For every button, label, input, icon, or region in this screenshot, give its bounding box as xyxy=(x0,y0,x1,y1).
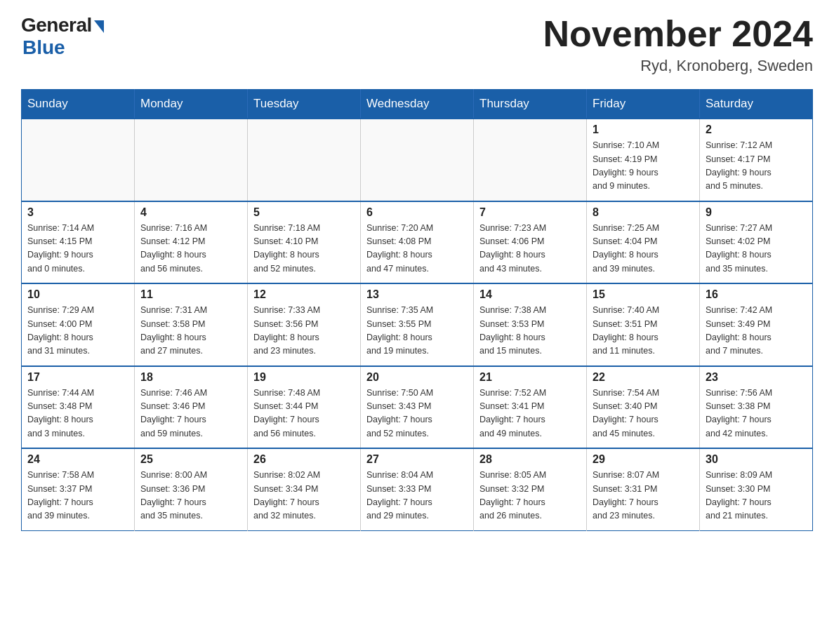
calendar-cell: 30Sunrise: 8:09 AM Sunset: 3:30 PM Dayli… xyxy=(700,448,813,530)
calendar-cell: 28Sunrise: 8:05 AM Sunset: 3:32 PM Dayli… xyxy=(474,448,587,530)
day-info: Sunrise: 7:14 AM Sunset: 4:15 PM Dayligh… xyxy=(27,222,128,276)
calendar-cell xyxy=(248,119,361,201)
calendar-cell: 7Sunrise: 7:23 AM Sunset: 4:06 PM Daylig… xyxy=(474,201,587,284)
calendar-cell: 5Sunrise: 7:18 AM Sunset: 4:10 PM Daylig… xyxy=(248,201,361,284)
day-info: Sunrise: 7:31 AM Sunset: 3:58 PM Dayligh… xyxy=(140,304,241,358)
calendar-week-3: 10Sunrise: 7:29 AM Sunset: 4:00 PM Dayli… xyxy=(22,283,813,366)
calendar-header-row: SundayMondayTuesdayWednesdayThursdayFrid… xyxy=(22,90,813,119)
col-header-thursday: Thursday xyxy=(474,90,587,119)
day-number: 11 xyxy=(140,288,241,301)
calendar-cell: 13Sunrise: 7:35 AM Sunset: 3:55 PM Dayli… xyxy=(361,283,474,366)
day-info: Sunrise: 8:05 AM Sunset: 3:32 PM Dayligh… xyxy=(479,469,581,523)
calendar-cell: 15Sunrise: 7:40 AM Sunset: 3:51 PM Dayli… xyxy=(587,283,700,366)
day-number: 18 xyxy=(140,371,241,384)
col-header-tuesday: Tuesday xyxy=(248,90,361,119)
day-info: Sunrise: 7:58 AM Sunset: 3:37 PM Dayligh… xyxy=(27,469,128,523)
day-number: 13 xyxy=(366,288,468,301)
logo-arrow-icon xyxy=(94,20,104,33)
calendar-cell: 18Sunrise: 7:46 AM Sunset: 3:46 PM Dayli… xyxy=(135,366,248,449)
calendar-cell: 27Sunrise: 8:04 AM Sunset: 3:33 PM Dayli… xyxy=(361,448,474,530)
day-info: Sunrise: 8:02 AM Sunset: 3:34 PM Dayligh… xyxy=(253,469,355,523)
month-title: November 2024 xyxy=(543,14,813,54)
day-number: 23 xyxy=(706,371,807,384)
day-number: 25 xyxy=(140,453,241,466)
day-info: Sunrise: 8:07 AM Sunset: 3:31 PM Dayligh… xyxy=(593,469,694,523)
calendar-week-5: 24Sunrise: 7:58 AM Sunset: 3:37 PM Dayli… xyxy=(22,448,813,530)
day-info: Sunrise: 8:00 AM Sunset: 3:36 PM Dayligh… xyxy=(140,469,241,523)
logo-general-text: General xyxy=(21,14,92,36)
calendar-cell: 10Sunrise: 7:29 AM Sunset: 4:00 PM Dayli… xyxy=(22,283,135,366)
day-number: 30 xyxy=(706,453,807,466)
day-number: 24 xyxy=(27,453,128,466)
day-info: Sunrise: 7:23 AM Sunset: 4:06 PM Dayligh… xyxy=(479,222,581,276)
day-number: 21 xyxy=(479,371,581,384)
col-header-wednesday: Wednesday xyxy=(361,90,474,119)
day-number: 14 xyxy=(479,288,581,301)
calendar-cell xyxy=(361,119,474,201)
day-number: 9 xyxy=(706,206,807,219)
day-number: 12 xyxy=(253,288,355,301)
col-header-saturday: Saturday xyxy=(700,90,813,119)
calendar-cell: 1Sunrise: 7:10 AM Sunset: 4:19 PM Daylig… xyxy=(587,119,700,201)
day-number: 19 xyxy=(253,371,355,384)
day-info: Sunrise: 7:38 AM Sunset: 3:53 PM Dayligh… xyxy=(479,304,581,358)
day-info: Sunrise: 7:52 AM Sunset: 3:41 PM Dayligh… xyxy=(479,387,581,441)
col-header-monday: Monday xyxy=(135,90,248,119)
calendar-week-4: 17Sunrise: 7:44 AM Sunset: 3:48 PM Dayli… xyxy=(22,366,813,449)
calendar-cell: 19Sunrise: 7:48 AM Sunset: 3:44 PM Dayli… xyxy=(248,366,361,449)
day-info: Sunrise: 7:27 AM Sunset: 4:02 PM Dayligh… xyxy=(706,222,807,276)
calendar-cell xyxy=(474,119,587,201)
calendar-cell: 16Sunrise: 7:42 AM Sunset: 3:49 PM Dayli… xyxy=(700,283,813,366)
location: Ryd, Kronoberg, Sweden xyxy=(543,57,813,75)
day-info: Sunrise: 7:40 AM Sunset: 3:51 PM Dayligh… xyxy=(593,304,694,358)
day-number: 1 xyxy=(593,123,694,136)
day-info: Sunrise: 7:18 AM Sunset: 4:10 PM Dayligh… xyxy=(253,222,355,276)
day-number: 7 xyxy=(479,206,581,219)
day-info: Sunrise: 7:50 AM Sunset: 3:43 PM Dayligh… xyxy=(366,387,468,441)
day-number: 3 xyxy=(27,206,128,219)
day-info: Sunrise: 7:12 AM Sunset: 4:17 PM Dayligh… xyxy=(706,139,807,194)
calendar-cell: 9Sunrise: 7:27 AM Sunset: 4:02 PM Daylig… xyxy=(700,201,813,284)
calendar-cell: 4Sunrise: 7:16 AM Sunset: 4:12 PM Daylig… xyxy=(135,201,248,284)
day-info: Sunrise: 7:33 AM Sunset: 3:56 PM Dayligh… xyxy=(253,304,355,358)
day-info: Sunrise: 7:42 AM Sunset: 3:49 PM Dayligh… xyxy=(706,304,807,358)
day-info: Sunrise: 7:54 AM Sunset: 3:40 PM Dayligh… xyxy=(593,387,694,441)
calendar-cell: 3Sunrise: 7:14 AM Sunset: 4:15 PM Daylig… xyxy=(22,201,135,284)
day-number: 4 xyxy=(140,206,241,219)
calendar-cell: 22Sunrise: 7:54 AM Sunset: 3:40 PM Dayli… xyxy=(587,366,700,449)
day-info: Sunrise: 7:35 AM Sunset: 3:55 PM Dayligh… xyxy=(366,304,468,358)
day-number: 8 xyxy=(593,206,694,219)
col-header-sunday: Sunday xyxy=(22,90,135,119)
day-number: 17 xyxy=(27,371,128,384)
day-number: 5 xyxy=(253,206,355,219)
day-info: Sunrise: 7:48 AM Sunset: 3:44 PM Dayligh… xyxy=(253,387,355,441)
day-info: Sunrise: 7:10 AM Sunset: 4:19 PM Dayligh… xyxy=(593,139,694,194)
day-number: 26 xyxy=(253,453,355,466)
calendar-cell: 8Sunrise: 7:25 AM Sunset: 4:04 PM Daylig… xyxy=(587,201,700,284)
day-number: 27 xyxy=(366,453,468,466)
day-number: 2 xyxy=(706,123,807,136)
calendar-week-2: 3Sunrise: 7:14 AM Sunset: 4:15 PM Daylig… xyxy=(22,201,813,284)
calendar-week-1: 1Sunrise: 7:10 AM Sunset: 4:19 PM Daylig… xyxy=(22,119,813,201)
day-number: 6 xyxy=(366,206,468,219)
calendar-cell: 6Sunrise: 7:20 AM Sunset: 4:08 PM Daylig… xyxy=(361,201,474,284)
day-number: 16 xyxy=(706,288,807,301)
calendar-cell xyxy=(135,119,248,201)
calendar-cell: 25Sunrise: 8:00 AM Sunset: 3:36 PM Dayli… xyxy=(135,448,248,530)
day-info: Sunrise: 8:04 AM Sunset: 3:33 PM Dayligh… xyxy=(366,469,468,523)
calendar-cell: 17Sunrise: 7:44 AM Sunset: 3:48 PM Dayli… xyxy=(22,366,135,449)
calendar-cell: 24Sunrise: 7:58 AM Sunset: 3:37 PM Dayli… xyxy=(22,448,135,530)
day-info: Sunrise: 8:09 AM Sunset: 3:30 PM Dayligh… xyxy=(706,469,807,523)
calendar-cell: 14Sunrise: 7:38 AM Sunset: 3:53 PM Dayli… xyxy=(474,283,587,366)
logo: General Blue xyxy=(21,14,104,59)
day-info: Sunrise: 7:29 AM Sunset: 4:00 PM Dayligh… xyxy=(27,304,128,358)
day-number: 10 xyxy=(27,288,128,301)
day-number: 28 xyxy=(479,453,581,466)
calendar-cell: 29Sunrise: 8:07 AM Sunset: 3:31 PM Dayli… xyxy=(587,448,700,530)
day-number: 15 xyxy=(593,288,694,301)
calendar-cell: 20Sunrise: 7:50 AM Sunset: 3:43 PM Dayli… xyxy=(361,366,474,449)
calendar-cell: 21Sunrise: 7:52 AM Sunset: 3:41 PM Dayli… xyxy=(474,366,587,449)
day-info: Sunrise: 7:20 AM Sunset: 4:08 PM Dayligh… xyxy=(366,222,468,276)
day-info: Sunrise: 7:56 AM Sunset: 3:38 PM Dayligh… xyxy=(706,387,807,441)
day-info: Sunrise: 7:46 AM Sunset: 3:46 PM Dayligh… xyxy=(140,387,241,441)
